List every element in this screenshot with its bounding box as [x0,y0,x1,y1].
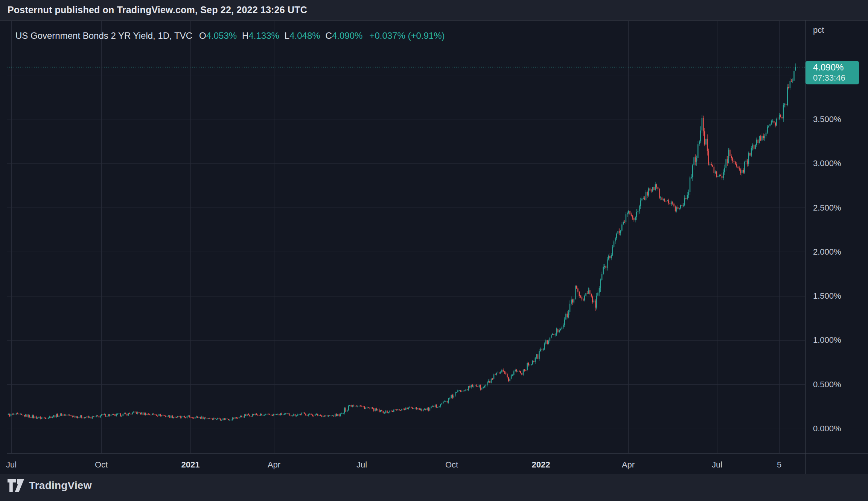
time-axis-label: Jul [6,460,17,470]
ohlc-values: O4.053%H4.133%L4.048%C4.090% [199,31,368,41]
last-price-value: 4.090% [813,62,859,73]
tradingview-logo-icon [8,479,24,492]
time-axis-label: 2022 [532,460,550,470]
time-axis-label: 2021 [181,460,200,470]
price-axis-label: 1.500% [813,291,841,301]
symbol-title: US Government Bonds 2 YR Yield, 1D, TVC [15,31,192,41]
time-axis-label: 5 [777,460,781,470]
tradingview-logo-text: TradingView [29,480,92,492]
price-axis-label: 0.500% [813,380,841,389]
time-axis-label: Jul [356,460,367,470]
footer-bar: TradingView [0,474,868,501]
ohlc-pair: H4.133% [242,31,279,41]
ohlc-pair: O4.053% [199,31,237,41]
ohlc-pair: C4.090% [326,31,363,41]
time-axis-label: Jul [712,460,722,470]
price-axis-label: 3.000% [813,159,841,168]
countdown-timer: 07:33:46 [813,73,859,83]
change-value: +0.037% (+0.91%) [369,31,445,41]
time-axis-label: Oct [445,460,458,470]
price-axis-label: 2.000% [813,247,841,257]
price-axis-unit-label: pct [813,25,824,35]
price-axis-label: 2.500% [813,203,841,213]
price-chart-canvas[interactable] [0,0,868,501]
price-axis-label: 1.000% [813,335,841,345]
tradingview-snapshot: Posternut published on TradingView.com, … [0,0,868,501]
time-axis-label: Oct [95,460,108,470]
price-axis-label: 3.500% [813,115,841,124]
ohlc-pair: L4.048% [285,31,320,41]
time-axis-label: Apr [622,460,635,470]
time-axis-label: Apr [268,460,280,470]
symbol-legend: US Government Bonds 2 YR Yield, 1D, TVCO… [15,31,445,41]
last-price-label: 4.090% 07:33:46 [806,61,859,84]
tradingview-logo-link[interactable]: TradingView [8,479,92,492]
price-axis-label: 0.000% [813,424,841,434]
